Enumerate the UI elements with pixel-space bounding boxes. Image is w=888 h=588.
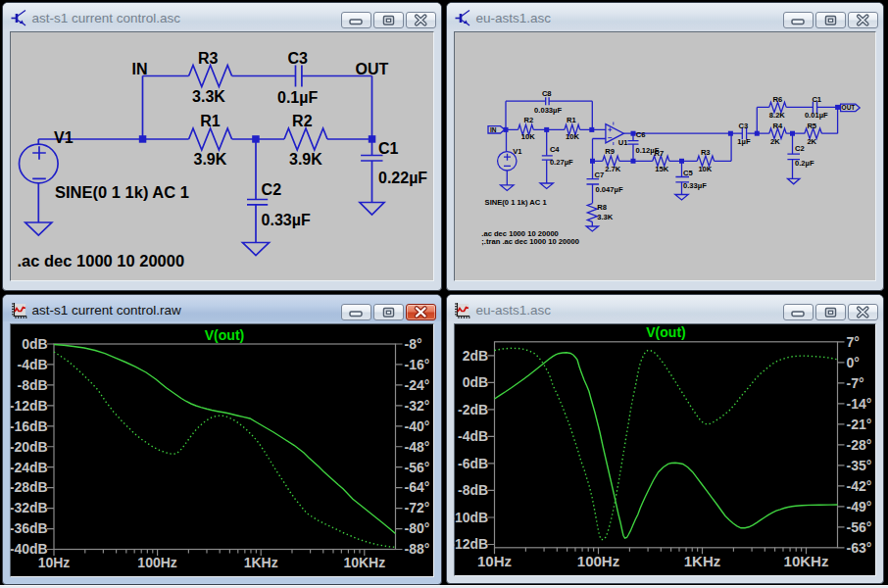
svg-text:OUT: OUT xyxy=(842,104,856,111)
svg-text:C2: C2 xyxy=(262,181,282,198)
svg-text:-8dB: -8dB xyxy=(458,482,488,498)
svg-text:100Hz: 100Hz xyxy=(137,555,176,570)
svg-text:-49°: -49° xyxy=(847,499,872,514)
svg-text:V(out): V(out) xyxy=(646,324,685,340)
svg-text:C1: C1 xyxy=(812,95,821,104)
svg-text:-48°: -48° xyxy=(405,439,430,455)
svg-text:10K: 10K xyxy=(521,132,535,141)
svg-text:C4: C4 xyxy=(550,145,560,154)
svg-text:-2dB: -2dB xyxy=(458,402,488,417)
svg-text:-8°: -8° xyxy=(405,336,422,352)
svg-text:-24°: -24° xyxy=(405,377,430,393)
svg-text:-7°: -7° xyxy=(847,375,864,391)
svg-text:-40°: -40° xyxy=(405,418,430,434)
svg-text:IN: IN xyxy=(490,126,497,133)
svg-text:C1: C1 xyxy=(378,140,399,157)
svg-text:R5: R5 xyxy=(807,122,816,130)
svg-text:-64°: -64° xyxy=(405,479,430,495)
svg-text:-4dB: -4dB xyxy=(458,428,488,444)
svg-text:V1: V1 xyxy=(54,129,74,146)
svg-text:-42°: -42° xyxy=(847,478,872,494)
svg-text:-24dB: -24dB xyxy=(10,460,48,475)
svg-text:1µF: 1µF xyxy=(737,137,751,146)
svg-text:2K: 2K xyxy=(807,137,816,146)
svg-text:V1: V1 xyxy=(513,147,522,156)
svg-text:-28dB: -28dB xyxy=(10,479,48,495)
svg-text:-8dB: -8dB xyxy=(18,377,48,393)
svg-text:3.9K: 3.9K xyxy=(289,151,322,168)
svg-text:C5: C5 xyxy=(683,169,693,177)
svg-text:-12dB: -12dB xyxy=(10,398,48,414)
svg-text:C6: C6 xyxy=(636,130,646,139)
svg-text:0.033µF: 0.033µF xyxy=(534,106,562,115)
svg-text:10KHz: 10KHz xyxy=(784,553,829,569)
svg-text:0dB: 0dB xyxy=(22,336,47,352)
svg-text:R1: R1 xyxy=(200,113,221,129)
svg-text:10Hz: 10Hz xyxy=(477,553,512,569)
svg-text:R8: R8 xyxy=(597,203,607,212)
svg-text:OUT: OUT xyxy=(356,61,389,77)
svg-text:100Hz: 100Hz xyxy=(577,553,619,569)
svg-text:2K: 2K xyxy=(770,137,780,146)
svg-text:0dB: 0dB xyxy=(463,374,488,390)
svg-text:C2: C2 xyxy=(795,144,805,153)
svg-text:U1: U1 xyxy=(618,138,628,147)
svg-text:-6dB: -6dB xyxy=(458,456,488,471)
svg-text:R2: R2 xyxy=(524,116,534,124)
svg-text:-4dB: -4dB xyxy=(18,357,48,372)
svg-text:10K: 10K xyxy=(698,165,712,173)
svg-text:10Hz: 10Hz xyxy=(38,555,71,570)
svg-text:-16°: -16° xyxy=(405,357,430,372)
svg-text:-14°: -14° xyxy=(847,396,872,412)
svg-text:3.3K: 3.3K xyxy=(192,88,225,105)
svg-text:0.33µF: 0.33µF xyxy=(683,181,707,190)
svg-text:0.33µF: 0.33µF xyxy=(262,212,311,228)
svg-text:8.2K: 8.2K xyxy=(769,111,786,120)
svg-text:2dB: 2dB xyxy=(463,348,488,364)
svg-text:-88°: -88° xyxy=(405,541,430,557)
svg-text:-56°: -56° xyxy=(405,460,430,475)
svg-text:V(out): V(out) xyxy=(205,327,244,343)
svg-text:15K: 15K xyxy=(655,165,668,173)
svg-text:-21°: -21° xyxy=(847,416,872,432)
svg-text:-36dB: -36dB xyxy=(10,520,48,536)
svg-text:-32°: -32° xyxy=(405,398,430,414)
svg-text:-80°: -80° xyxy=(405,520,430,536)
svg-text:0.2µF: 0.2µF xyxy=(795,159,814,168)
svg-text:C7: C7 xyxy=(595,171,605,179)
svg-text:;.tran .ac dec 1000 10 20000: ;.tran .ac dec 1000 10 20000 xyxy=(481,237,579,246)
svg-text:1KHz: 1KHz xyxy=(244,555,278,570)
svg-text:R3: R3 xyxy=(198,50,219,67)
svg-text:C3: C3 xyxy=(287,50,308,67)
svg-text:SINE(0 1 1k) AC 1: SINE(0 1 1k) AC 1 xyxy=(55,183,189,201)
svg-text:IN: IN xyxy=(132,61,148,77)
svg-text:SINE(0 1 1k) AC 1: SINE(0 1 1k) AC 1 xyxy=(485,198,548,207)
svg-text:3.9K: 3.9K xyxy=(194,151,227,168)
svg-text:R4: R4 xyxy=(773,122,783,130)
svg-text:7°: 7° xyxy=(847,334,860,350)
svg-text:-35°: -35° xyxy=(847,458,872,473)
svg-text:0.22µF: 0.22µF xyxy=(378,170,427,186)
svg-text:2.7K: 2.7K xyxy=(605,165,621,173)
svg-text:-63°: -63° xyxy=(847,540,872,556)
svg-text:10K: 10K xyxy=(566,132,579,141)
svg-text:-12dB: -12dB xyxy=(450,536,488,552)
svg-text:1KHz: 1KHz xyxy=(684,553,721,569)
svg-text:R3: R3 xyxy=(701,148,711,157)
svg-text:C8: C8 xyxy=(542,89,552,98)
svg-text:.ac dec 1000 10 20000: .ac dec 1000 10 20000 xyxy=(18,252,185,270)
svg-text:R6: R6 xyxy=(773,95,783,104)
svg-text:0.27µF: 0.27µF xyxy=(550,158,573,167)
svg-text:-10dB: -10dB xyxy=(450,510,488,525)
svg-text:R1: R1 xyxy=(567,116,576,124)
svg-text:-32dB: -32dB xyxy=(10,500,48,515)
svg-text:0.1µF: 0.1µF xyxy=(277,89,318,106)
svg-text:3.3K: 3.3K xyxy=(597,213,614,221)
svg-text:-28°: -28° xyxy=(847,437,872,453)
svg-text:-56°: -56° xyxy=(847,519,872,535)
svg-text:0.01µF: 0.01µF xyxy=(805,111,828,120)
svg-text:10KHz: 10KHz xyxy=(343,555,385,570)
svg-text:C3: C3 xyxy=(739,122,749,130)
svg-text:R9: R9 xyxy=(605,147,615,156)
svg-text:R2: R2 xyxy=(292,113,313,129)
